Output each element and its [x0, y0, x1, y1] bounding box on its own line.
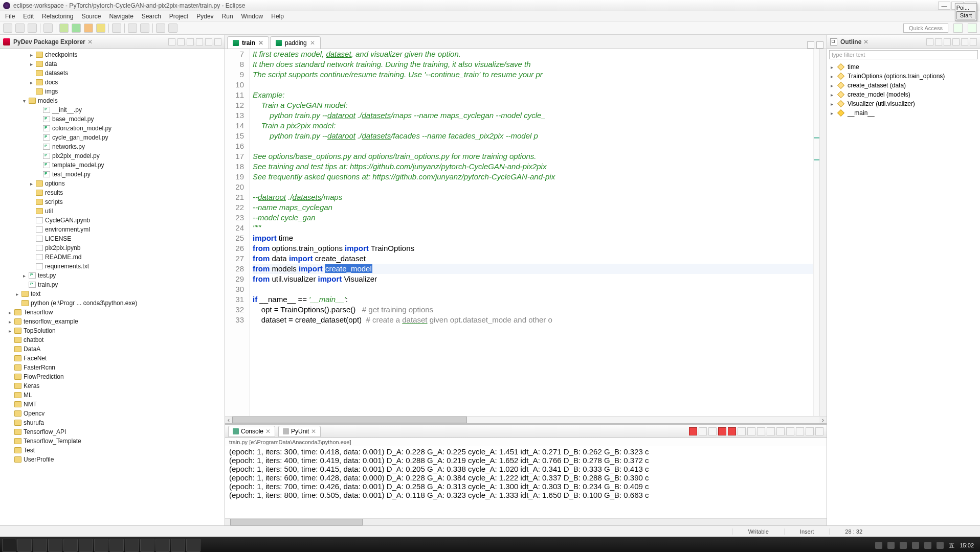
code-line[interactable]: from models import create_model: [253, 264, 813, 274]
code-line[interactable]: python train.py --dataroot ./datasets/fa…: [253, 131, 813, 141]
tree-item[interactable]: datasets: [0, 68, 225, 78]
tree-item[interactable]: UserProfile: [0, 455, 225, 464]
tree-item[interactable]: requirements.txt: [0, 262, 225, 271]
quick-access-input[interactable]: Quick Access: [903, 24, 948, 33]
pin-console-button[interactable]: [767, 427, 775, 435]
tree-item[interactable]: ▸TopSolution: [0, 326, 225, 335]
tree-item[interactable]: chatbot: [0, 335, 225, 344]
tray-volume-icon[interactable]: [924, 542, 931, 549]
minimize-outline-button[interactable]: [961, 38, 968, 45]
code-line[interactable]: See frequently asked questions at: https…: [253, 172, 813, 182]
code-line[interactable]: See training and test tips at: https://g…: [253, 162, 813, 172]
collapse-icon[interactable]: ▸: [21, 273, 27, 279]
editor-tab-train[interactable]: train✕: [227, 36, 269, 49]
search-button[interactable]: [112, 24, 121, 33]
scroll-left-icon[interactable]: ‹: [225, 417, 232, 423]
maximize-view-button[interactable]: [214, 38, 221, 45]
tree-item[interactable]: Tensorflow_Template: [0, 436, 225, 446]
tree-item[interactable]: template_model.py: [0, 160, 225, 170]
perspective-pydev-button[interactable]: [953, 24, 963, 33]
editor-tab-padding[interactable]: padding✕: [270, 36, 321, 49]
code-line[interactable]: opt = TrainOptions().parse() # get train…: [253, 305, 813, 315]
collapse-icon[interactable]: ▸: [29, 181, 34, 187]
tree-item[interactable]: colorization_model.py: [0, 124, 225, 133]
outline-view-menu-button[interactable]: [952, 38, 960, 45]
code-line[interactable]: """: [253, 223, 813, 233]
collapse-icon[interactable]: ▸: [29, 52, 34, 58]
save-all-button[interactable]: [28, 24, 37, 33]
close-console-tab-icon[interactable]: ✕: [311, 428, 316, 435]
tree-item[interactable]: ▸tensorflow_example: [0, 317, 225, 326]
display-selected-console-button[interactable]: [776, 427, 785, 435]
tree-item[interactable]: test_model.py: [0, 170, 225, 179]
scroll-lock-button[interactable]: [747, 427, 755, 435]
outline-twisty-icon[interactable]: ▸: [829, 101, 834, 107]
code-area[interactable]: It first creates model, dataset, and vis…: [250, 49, 813, 416]
tree-item[interactable]: environment.yml: [0, 225, 225, 234]
minimize-button[interactable]: —: [938, 2, 950, 10]
hscroll-thumb[interactable]: [232, 417, 467, 423]
code-line[interactable]: It then does standard network training. …: [253, 59, 813, 70]
back-button[interactable]: [156, 24, 165, 33]
outline-twisty-icon[interactable]: ▸: [829, 92, 834, 98]
breakpoint-button[interactable]: [43, 24, 53, 33]
tree-item[interactable]: Tensorflow_API: [0, 427, 225, 436]
maximize-console-button[interactable]: [815, 427, 823, 435]
forward-button[interactable]: [168, 24, 177, 33]
tree-item[interactable]: cycle_gan_model.py: [0, 133, 225, 142]
tray-icon[interactable]: [887, 542, 895, 549]
collapse-icon[interactable]: ▸: [7, 319, 12, 325]
tree-item[interactable]: ▸test.py: [0, 271, 225, 280]
outline-item[interactable]: ▸__main__: [829, 108, 978, 118]
code-line[interactable]: [253, 284, 813, 294]
code-line[interactable]: The script supports continue/resume trai…: [253, 70, 813, 80]
outline-twisty-icon[interactable]: ▸: [829, 64, 834, 70]
close-console-tab-icon[interactable]: ✕: [265, 428, 271, 435]
scroll-right-icon[interactable]: ›: [819, 417, 827, 423]
tree-item[interactable]: util: [0, 206, 225, 216]
collapse-all-button[interactable]: [944, 38, 951, 45]
menu-window[interactable]: Window: [238, 12, 266, 21]
tray-ime-icon[interactable]: [937, 542, 944, 549]
outline-twisty-icon[interactable]: ▸: [829, 74, 834, 79]
start-menu-button[interactable]: [2, 539, 16, 552]
tree-item[interactable]: train.py: [0, 280, 225, 289]
code-line[interactable]: from options.train_options import TrainO…: [253, 243, 813, 254]
tree-item[interactable]: LICENSE: [0, 234, 225, 243]
tree-item[interactable]: python (e:\Progr ... conda3\python.exe): [0, 298, 225, 308]
menu-navigate[interactable]: Navigate: [106, 12, 136, 21]
outline-twisty-icon[interactable]: ▸: [829, 110, 834, 116]
code-line[interactable]: [253, 182, 813, 192]
tree-item[interactable]: Test: [0, 446, 225, 455]
word-wrap-button[interactable]: [757, 427, 765, 435]
menu-edit[interactable]: Edit: [20, 12, 37, 21]
tree-item[interactable]: pix2pix.ipynb: [0, 243, 225, 252]
taskbar-app-7[interactable]: [140, 539, 154, 552]
code-line[interactable]: --dataroot ./datasets/maps: [253, 192, 813, 202]
task-view-button[interactable]: [33, 539, 47, 552]
terminate-all-button[interactable]: [718, 427, 726, 435]
remove-terminated-button[interactable]: [699, 427, 707, 435]
maximize-editor-button[interactable]: [816, 41, 823, 49]
tree-item[interactable]: ▸options: [0, 179, 225, 188]
menu-file[interactable]: File: [2, 12, 18, 21]
package-tree[interactable]: ▸checkpoints▸datadatasets▸docsimgs▾model…: [0, 49, 225, 525]
code-editor[interactable]: 7891011121314151617181920212223242526272…: [225, 49, 827, 416]
editor-horizontal-scrollbar[interactable]: ‹ ›: [225, 416, 827, 423]
tray-icon[interactable]: [875, 542, 882, 549]
remove-all-terminated-button[interactable]: [708, 427, 717, 435]
collapse-icon[interactable]: ▸: [14, 291, 19, 297]
tray-time[interactable]: 15:02: [960, 542, 974, 548]
code-line[interactable]: python train.py --dataroot ./datasets/ma…: [253, 110, 813, 121]
code-line[interactable]: [253, 80, 813, 90]
taskbar-app-1[interactable]: [48, 539, 62, 552]
new-button[interactable]: [3, 24, 12, 33]
tree-item[interactable]: ▸text: [0, 289, 225, 298]
cortana-button[interactable]: [17, 539, 32, 552]
console-output[interactable]: (epoch: 1, iters: 300, time: 0.418, data…: [225, 446, 827, 518]
taskbar-app-2[interactable]: [63, 539, 78, 552]
close-tab-icon[interactable]: ✕: [258, 39, 263, 47]
tree-item[interactable]: README.md: [0, 252, 225, 262]
tree-item[interactable]: pix2pix_model.py: [0, 151, 225, 160]
perspective-open-button[interactable]: [968, 24, 977, 33]
